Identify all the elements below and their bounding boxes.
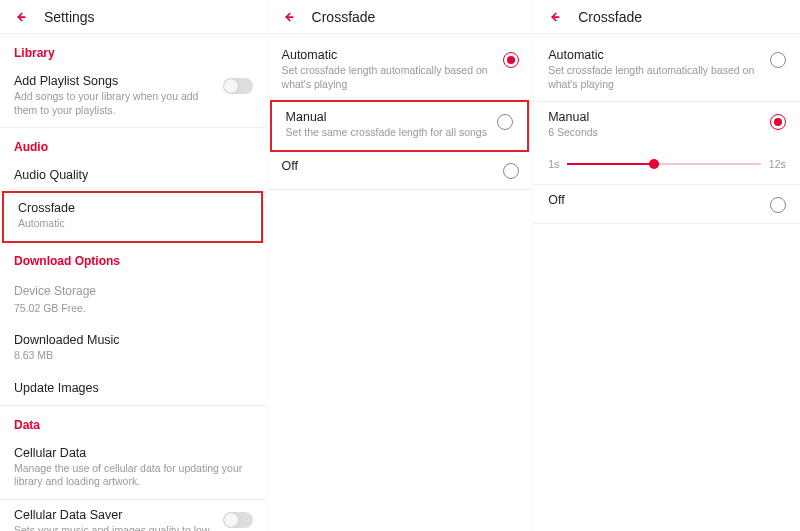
row-sub: 6 Seconds [548, 126, 770, 140]
option-off[interactable]: Off [268, 151, 534, 190]
downloaded-music-row[interactable]: Downloaded Music 8.63 MB [0, 325, 267, 373]
option-manual[interactable]: Manual Set the same crossfade length for… [272, 102, 528, 150]
row-label: Manual [286, 110, 498, 124]
row-sub: Add songs to your library when you add t… [14, 90, 223, 117]
row-sub: Set crossfade length automatically based… [282, 64, 504, 91]
toggle-off-icon[interactable] [223, 512, 253, 528]
cellular-data-saver-row[interactable]: Cellular Data Saver Sets your music and … [0, 500, 267, 531]
slider-min-label: 1s [548, 158, 559, 170]
radio-unselected-icon[interactable] [770, 52, 786, 68]
add-playlist-songs-row[interactable]: Add Playlist Songs Add songs to your lib… [0, 66, 267, 128]
row-label: Automatic [282, 48, 504, 62]
audio-quality-row[interactable]: Audio Quality [0, 160, 267, 193]
crossfade-slider[interactable] [567, 163, 761, 165]
row-sub: Automatic [18, 217, 247, 231]
row-label: Add Playlist Songs [14, 74, 223, 88]
section-download-options: Download Options [0, 242, 267, 274]
row-label: Downloaded Music [14, 333, 253, 347]
row-sub: Set the same crossfade length for all so… [286, 126, 498, 140]
crossfade-row[interactable]: Crossfade Automatic [4, 193, 261, 241]
section-library: Library [0, 34, 267, 66]
row-sub: Set crossfade length automatically based… [548, 64, 770, 91]
back-arrow-icon[interactable] [544, 7, 564, 27]
back-arrow-icon[interactable] [278, 7, 298, 27]
slider-thumb-icon[interactable] [649, 159, 659, 169]
option-off[interactable]: Off [534, 185, 800, 224]
slider-max-label: 12s [769, 158, 786, 170]
section-audio: Audio [0, 128, 267, 160]
row-label: Manual [548, 110, 770, 124]
update-images-row[interactable]: Update Images [0, 373, 267, 406]
highlight-box: Crossfade Automatic [2, 191, 263, 243]
row-label: Device Storage [14, 284, 253, 300]
row-label: Update Images [14, 381, 253, 395]
row-sub: 8.63 MB [14, 349, 253, 363]
radio-unselected-icon[interactable] [770, 197, 786, 213]
highlight-box: Manual Set the same crossfade length for… [270, 100, 530, 152]
row-sub: Sets your music and images quality to lo… [14, 524, 223, 531]
page-title: Crossfade [578, 9, 642, 25]
header: Crossfade [268, 0, 534, 34]
cellular-data-row[interactable]: Cellular Data Manage the use of cellular… [0, 438, 267, 500]
row-label: Cellular Data [14, 446, 253, 460]
option-automatic[interactable]: Automatic Set crossfade length automatic… [534, 40, 800, 102]
crossfade-slider-row: 1s 12s [534, 150, 800, 185]
page-title: Crossfade [312, 9, 376, 25]
crossfade-panel-manual: Crossfade Automatic Set crossfade length… [533, 0, 800, 531]
radio-selected-icon[interactable] [503, 52, 519, 68]
row-label: Crossfade [18, 201, 247, 215]
row-label: Audio Quality [14, 168, 253, 182]
row-label: Off [548, 193, 770, 207]
radio-unselected-icon[interactable] [503, 163, 519, 179]
radio-selected-icon[interactable] [770, 114, 786, 130]
option-manual[interactable]: Manual 6 Seconds [534, 102, 800, 150]
option-automatic[interactable]: Automatic Set crossfade length automatic… [268, 40, 534, 102]
back-arrow-icon[interactable] [10, 7, 30, 27]
radio-unselected-icon[interactable] [497, 114, 513, 130]
row-sub: Manage the use of cellular data for upda… [14, 462, 253, 489]
header: Settings [0, 0, 267, 34]
device-storage-row[interactable]: Device Storage 75.02 GB Free. [0, 274, 267, 325]
row-label: Off [282, 159, 504, 173]
section-data: Data [0, 406, 267, 438]
header: Crossfade [534, 0, 800, 34]
row-label: Cellular Data Saver [14, 508, 223, 522]
page-title: Settings [44, 9, 95, 25]
toggle-off-icon[interactable] [223, 78, 253, 94]
crossfade-panel-auto: Crossfade Automatic Set crossfade length… [267, 0, 534, 531]
settings-panel: Settings Library Add Playlist Songs Add … [0, 0, 267, 531]
row-sub: 75.02 GB Free. [14, 302, 253, 316]
row-label: Automatic [548, 48, 770, 62]
